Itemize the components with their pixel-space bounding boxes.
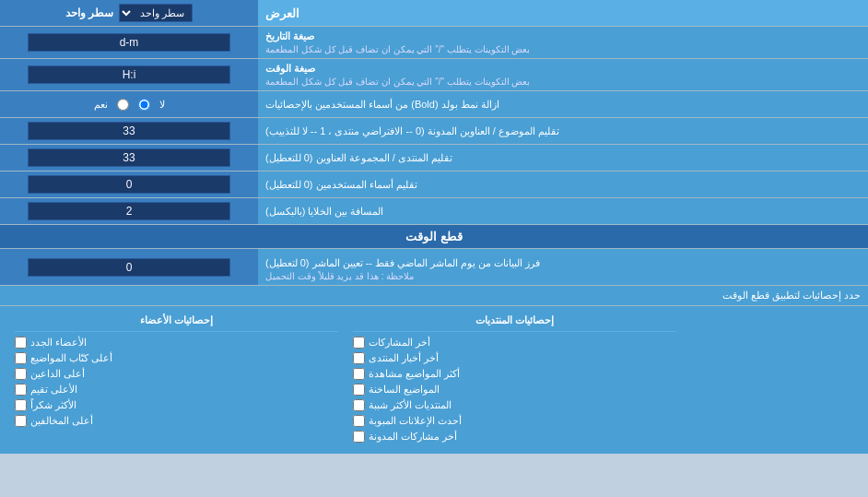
cutoff-section-header: قطع الوقت [0,225,868,249]
check-akthr-moshahada[interactable] [353,368,365,380]
time-format-input[interactable] [28,65,230,84]
list-item: المواضيع الساخنة [353,382,676,397]
usernames-order-label: تقليم أسماء المستخدمين (0 للتعطيل) [265,179,417,191]
list-item: أعلى الداعين [15,366,338,382]
bold-yes-radio[interactable] [117,99,129,111]
stats-limit-label: حدد إحصائيات لتطبيق قطع الوقت [7,290,861,302]
display-select-label: سطر واحد [65,6,113,19]
list-item: أخر مشاركات المدونة [353,429,676,444]
col1-header: إحصائيات المنتديات [353,312,676,332]
check-a3la-kottab[interactable] [15,352,27,364]
check-a3la-taqyeem[interactable] [15,384,27,396]
check-a3la-mokhalf[interactable] [15,415,27,427]
list-item: الأعضاء الجدد [15,335,338,350]
check-label: المواضيع الساخنة [369,384,440,396]
member-stats-col: إحصائيات الأعضاء الأعضاء الجدد أعلى كتّا… [7,310,346,446]
check-label: الأكثر شكراً [30,399,76,411]
check-montadayat-akthr[interactable] [353,399,365,411]
check-label: المنتديات الأكثر شببة [369,399,452,411]
bold-remove-label: ازالة نمط بولد (Bold) من أسماء المستخدمي… [265,99,499,111]
date-format-sublabel: بعض التكوينات يتطلب "/" التي يمكن ان تضا… [265,44,530,54]
list-item: أخر أخبار المنتدى [353,350,676,366]
check-label: الأعلى تقيم [30,384,77,396]
col2-header: إحصائيات الأعضاء [15,312,338,332]
forum-order-label: تقليم المنتدى / المجموعة العناوين (0 للت… [265,152,452,164]
check-akhr-msharkaat[interactable] [353,337,365,349]
check-ahath-i3lanat[interactable] [353,415,365,427]
display-select[interactable]: سطر واحدسطرانثلاثة أسطر [119,4,193,22]
topics-order-input[interactable] [28,122,230,140]
check-akhbar-montada[interactable] [353,352,365,364]
check-akhir-msharkaat-madwana[interactable] [353,431,365,443]
cutoff-days-input[interactable] [28,258,230,277]
usernames-order-input[interactable] [28,175,230,194]
stats-limit-row: حدد إحصائيات لتطبيق قطع الوقت [0,286,868,306]
list-item: الأكثر شكراً [15,397,338,413]
check-a3la-daeen[interactable] [15,368,27,380]
list-item: المنتديات الأكثر شببة [353,397,676,413]
cutoff-days-label: فرز البيانات من يوم الماشر الماضي فقط --… [265,257,540,269]
date-format-label: صيغة التاريخ [265,30,314,42]
check-label: الأعضاء الجدد [30,337,87,349]
list-item: أخر المشاركات [353,335,676,350]
cell-spacing-input[interactable] [28,202,230,220]
topics-order-label: تقليم الموضوع / العناوين المدونة (0 -- ا… [265,125,559,137]
forum-order-input[interactable] [28,148,230,167]
check-label: أخر أخبار المنتدى [369,352,439,364]
forum-stats-col: إحصائيات المنتديات أخر المشاركات أخر أخب… [346,310,684,446]
list-item: أحدث الإعلانات المبوبة [353,413,676,429]
cutoff-days-sublabel: ملاحظة : هذا قد يزيد قليلاً وقت التحميل [265,271,414,281]
check-label: أخر المشاركات [369,337,430,349]
check-akthr-shokran[interactable] [15,399,27,411]
bold-no-radio[interactable] [138,99,150,111]
check-label: أخر مشاركات المدونة [369,431,457,443]
list-item: الأعلى تقيم [15,382,338,397]
bold-no-label: لا [159,99,165,111]
cell-spacing-label: المسافة بين الخلايا (بالبكسل) [265,206,384,218]
bold-yes-label: نعم [94,99,108,111]
check-a3daa-jodod[interactable] [15,337,27,349]
time-format-sublabel: بعض التكوينات يتطلب "/" التي يمكن ان تضا… [265,77,530,87]
check-label: أعلى الداعين [30,368,85,380]
time-format-label: صيغة الوقت [265,63,315,75]
list-item: أعلى المخالفين [15,413,338,429]
list-item: أكثر المواضيع مشاهدة [353,366,676,382]
date-format-input[interactable] [28,33,230,52]
check-label: أعلى المخالفين [30,415,93,427]
list-item: أعلى كتّاب المواضيع [15,350,338,366]
check-label: أكثر المواضيع مشاهدة [369,368,460,380]
section-title: العرض [258,0,868,26]
check-mawadee3-sakhna[interactable] [353,384,365,396]
check-label: أعلى كتّاب المواضيع [30,352,112,364]
check-label: أحدث الإعلانات المبوبة [369,415,462,427]
